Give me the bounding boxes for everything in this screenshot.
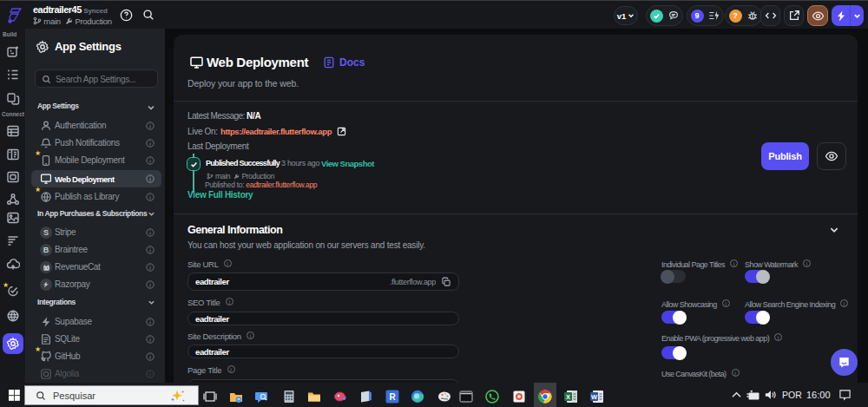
svg-text:X: X	[566, 393, 570, 401]
svg-text:W: W	[591, 393, 598, 401]
svg-text:R: R	[389, 392, 396, 402]
